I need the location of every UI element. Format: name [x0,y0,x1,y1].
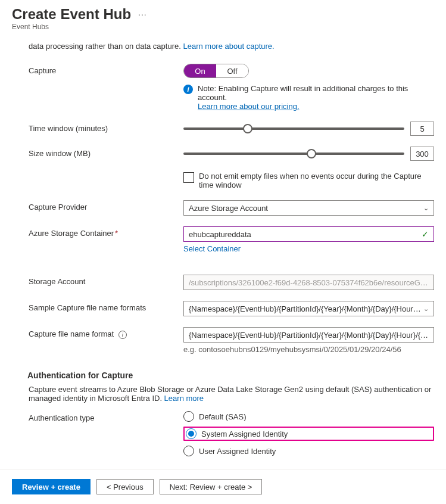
empty-files-checkbox[interactable]: Do not emit empty files when no events o… [183,172,434,189]
provider-label: Capture Provider [29,200,183,211]
container-value: ehubcaptureddata [189,230,251,239]
capture-label: Capture [29,64,183,75]
check-icon: ✓ [422,229,429,239]
page-subtitle: Event Hubs [12,23,434,31]
page-title: Create Event Hub [12,6,131,23]
radio-icon[interactable] [183,446,194,456]
chevron-down-icon: ⌄ [423,305,429,313]
wizard-footer: Review + create < Previous Next: Review … [0,469,446,504]
auth-desc: Capture event streams to Azure Blob Stor… [29,385,434,403]
page-header: Create Event Hub ··· Event Hubs [0,0,446,33]
previous-button[interactable]: < Previous [96,479,154,494]
empty-files-label: Do not emit empty files when no events o… [199,172,434,189]
checkbox-icon[interactable] [183,172,194,183]
auth-radio-user-label: User Assigned Identity [199,447,276,456]
chevron-down-icon: ⌄ [423,204,429,212]
time-window-slider-thumb[interactable] [243,124,252,133]
more-icon[interactable]: ··· [138,10,147,19]
file-format-input[interactable]: {Namespace}/{EventHub}/{PartitionId}/{Ye… [183,327,434,343]
capture-toggle-on[interactable]: On [184,64,216,77]
provider-value: Azure Storage Account [189,204,268,213]
auth-learn-more-link[interactable]: Learn more [164,394,204,403]
auth-radio-system-label: System Assigned Identity [201,430,288,438]
storage-account-value: /subscriptions/326100e2-f69d-4268-8503-0… [189,278,429,287]
intro-prefix: data processing rather than on data capt… [29,42,183,51]
file-format-label: Capture file name format i [29,327,183,339]
container-input[interactable]: ehubcaptureddata ✓ [183,226,434,242]
time-window-slider[interactable] [183,127,404,130]
capture-toggle[interactable]: On Off [183,64,249,78]
auth-type-label: Authentication type [29,411,183,422]
auth-type-radiogroup: Default (SAS) System Assigned Identity U… [183,411,434,456]
auth-radio-system-highlight: System Assigned Identity [183,427,434,441]
capture-note-text: Note: Enabling Capture will result in ad… [198,84,408,102]
auth-heading: Authentication for Capture [27,371,434,380]
auth-radio-system[interactable]: System Assigned Identity [186,428,288,439]
provider-select[interactable]: Azure Storage Account ⌄ [183,200,434,216]
storage-account-input: /subscriptions/326100e2-f69d-4268-8503-0… [183,275,434,290]
storage-account-label: Storage Account [29,275,183,286]
auth-radio-default[interactable]: Default (SAS) [183,411,434,422]
sample-format-label: Sample Capture file name formats [29,301,183,312]
capture-note: Note: Enabling Capture will result in ad… [198,84,434,111]
size-window-slider[interactable] [183,153,404,155]
size-window-value[interactable]: 300 [410,147,434,161]
info-circle-icon[interactable]: i [118,331,127,339]
select-container-link[interactable]: Select Container [183,244,241,253]
time-window-value[interactable]: 5 [410,122,434,136]
pricing-link[interactable]: Learn more about our pricing. [198,102,300,111]
review-create-button[interactable]: Review + create [12,479,91,494]
file-format-example: e.g. contosoehubns0129/myehubsysmsi/0/20… [183,345,434,354]
learn-more-capture-link[interactable]: Learn more about capture. [183,42,274,51]
size-window-label: Size window (MB) [29,147,183,158]
next-button[interactable]: Next: Review + create > [160,479,263,494]
radio-icon-selected[interactable] [186,428,197,439]
auth-radio-default-label: Default (SAS) [199,412,246,421]
capture-toggle-off[interactable]: Off [216,64,248,77]
time-window-label: Time window (minutes) [29,122,183,133]
intro-text: data processing rather than on data capt… [29,42,434,51]
file-format-value: {Namespace}/{EventHub}/{PartitionId}/{Ye… [189,331,429,340]
info-icon: i [183,85,193,94]
sample-format-select[interactable]: {Namespace}/{EventHub}/{PartitionId}/{Ye… [183,301,434,316]
container-label: Azure Storage Container* [29,226,183,238]
radio-icon[interactable] [183,411,194,422]
auth-radio-user[interactable]: User Assigned Identity [183,446,434,456]
sample-format-value: {Namespace}/{EventHub}/{PartitionId}/{Ye… [189,304,423,313]
size-window-slider-thumb[interactable] [307,149,316,158]
